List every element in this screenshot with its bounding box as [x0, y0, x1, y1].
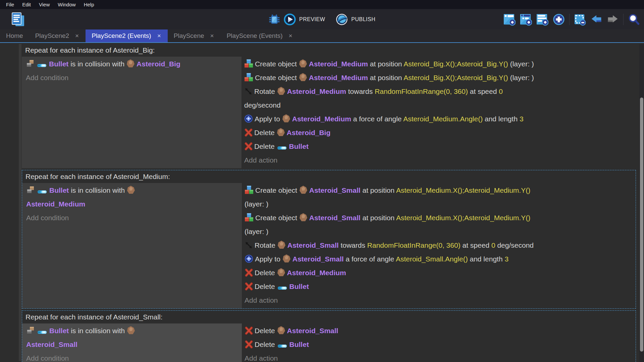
- action-row[interactable]: Delete Bullet: [244, 139, 635, 153]
- tab-playscene[interactable]: PlayScene×: [168, 29, 221, 42]
- actions-cell[interactable]: Create object Asteroid_Medium at positio…: [241, 57, 636, 168]
- asteroid-icon: [299, 185, 308, 194]
- action-row[interactable]: Delete Bullet: [245, 280, 634, 293]
- delete-icon: [244, 128, 253, 137]
- add-condition-button[interactable]: Add condition: [26, 211, 239, 225]
- tab-playscene2-events[interactable]: PlayScene2 (Events)×: [86, 29, 168, 42]
- vertical-scrollbar[interactable]: [639, 44, 644, 362]
- tab-label: PlayScene (Events): [227, 32, 283, 40]
- event-header[interactable]: Repeat for each instance of Asteroid_Big…: [22, 44, 636, 57]
- bullet-icon: [277, 285, 288, 291]
- tab-home[interactable]: Home: [0, 29, 29, 42]
- condition-row[interactable]: Bullet is in collision with Asteroid_Sma…: [26, 324, 239, 351]
- menu-item-file[interactable]: File: [2, 0, 18, 9]
- toolbar-separator: [569, 14, 570, 25]
- action-row[interactable]: Apply to Asteroid_Medium a force of angl…: [244, 112, 635, 126]
- object-name: Asteroid_Medium: [287, 269, 346, 277]
- plain-text: (layer: ): [508, 60, 534, 68]
- publish-icon[interactable]: [336, 13, 348, 25]
- conditions-cell[interactable]: Bullet is in collision with Asteroid_Big…: [22, 57, 241, 168]
- action-row[interactable]: Apply to Asteroid_Small a force of angle…: [245, 252, 634, 266]
- object-name: Asteroid_Small: [287, 327, 338, 335]
- tab-playscene2[interactable]: PlayScene2×: [29, 29, 86, 42]
- debug-icon[interactable]: [268, 13, 280, 25]
- condition-row[interactable]: Bullet is in collision with Asteroid_Big: [26, 57, 239, 71]
- plain-text: Create object: [255, 186, 299, 194]
- create-icon: [244, 59, 253, 68]
- event-block[interactable]: Repeat for each instance of Asteroid_Sma…: [22, 310, 636, 362]
- plain-text: at speed: [468, 87, 499, 95]
- asteroid-icon: [277, 326, 285, 335]
- undo-icon[interactable]: [590, 13, 602, 25]
- select-events-icon[interactable]: [574, 13, 586, 25]
- event-header[interactable]: Repeat for each instance of Asteroid_Sma…: [22, 311, 636, 323]
- event-block[interactable]: Repeat for each instance of Asteroid_Med…: [22, 170, 636, 309]
- scrollbar-thumb[interactable]: [640, 98, 643, 352]
- object-name: Asteroid_Big: [287, 129, 331, 136]
- action-row[interactable]: Create object Asteroid_Small at position…: [245, 183, 634, 211]
- plain-text: at position: [361, 214, 396, 222]
- expression-text: 0: [499, 87, 503, 95]
- event-gutter: [19, 44, 21, 361]
- close-tab-icon[interactable]: ×: [74, 32, 79, 40]
- create-icon: [245, 185, 254, 194]
- action-row[interactable]: Delete Asteroid_Big: [244, 126, 635, 139]
- expression-text: RandomFloatInRange(0, 360): [367, 241, 461, 249]
- preview-icon[interactable]: [284, 13, 296, 25]
- delete-icon: [245, 282, 253, 291]
- event-block[interactable]: Repeat for each instance of Asteroid_Big…: [22, 44, 636, 168]
- add-event-icon[interactable]: [503, 13, 516, 25]
- publish-button-label[interactable]: PUBLISH: [351, 16, 375, 22]
- plain-text: at speed: [461, 241, 491, 249]
- bullet-icon: [37, 189, 48, 194]
- action-row[interactable]: Delete Asteroid_Medium: [245, 266, 634, 280]
- action-row[interactable]: Create object Asteroid_Medium at positio…: [244, 71, 635, 84]
- tab-label: PlayScene2 (Events): [92, 32, 151, 40]
- menu-item-window[interactable]: Window: [54, 0, 79, 9]
- add-action-button[interactable]: Add action: [245, 351, 634, 362]
- object-name: Bullet: [289, 142, 309, 150]
- action-row[interactable]: Create object Asteroid_Medium at positio…: [244, 57, 635, 71]
- add-comment-icon[interactable]: [536, 13, 548, 25]
- gdevelop-logo-icon: [10, 11, 26, 27]
- plain-text: (layer: ): [508, 74, 534, 81]
- expression-text: RandomFloatInRange(0, 360): [375, 87, 468, 95]
- tab-playscene-events[interactable]: PlayScene (Events)×: [221, 29, 299, 42]
- expression-text: 3: [504, 255, 508, 263]
- add-circle-icon[interactable]: [553, 13, 565, 25]
- expression-text: Asteroid_Big.X();Asteroid_Big.Y(): [404, 60, 508, 68]
- plain-text: at position: [368, 60, 404, 68]
- close-tab-icon[interactable]: ×: [210, 32, 215, 40]
- action-row[interactable]: Create object Asteroid_Small at position…: [245, 211, 634, 238]
- plain-text: Delete: [255, 283, 277, 290]
- add-condition-button[interactable]: Add condition: [26, 351, 239, 362]
- action-row[interactable]: Rotate Asteroid_Small towards RandomFloa…: [245, 238, 634, 252]
- close-tab-icon[interactable]: ×: [288, 32, 293, 40]
- plain-text: is in collision with: [68, 60, 126, 68]
- conditions-cell[interactable]: Bullet is in collision with Asteroid_Med…: [22, 183, 242, 308]
- menu-item-help[interactable]: Help: [80, 0, 98, 9]
- redo-icon[interactable]: [607, 13, 619, 25]
- action-row[interactable]: Rotate Asteroid_Medium towards RandomFlo…: [244, 84, 635, 112]
- add-condition-button[interactable]: Add condition: [26, 71, 239, 84]
- object-name: Asteroid_Small: [309, 214, 361, 222]
- menu-item-view[interactable]: View: [35, 0, 54, 9]
- action-row[interactable]: Delete Bullet: [245, 338, 634, 351]
- collision-icon: [26, 59, 35, 68]
- menu-item-edit[interactable]: Edit: [18, 0, 35, 9]
- action-row[interactable]: Delete Asteroid_Small: [245, 324, 634, 338]
- actions-cell[interactable]: Delete Asteroid_SmallDelete BulletAdd ac…: [242, 323, 636, 362]
- condition-row[interactable]: Bullet is in collision with Asteroid_Med…: [26, 183, 239, 211]
- preview-button-label[interactable]: PREVIEW: [299, 16, 325, 22]
- event-header[interactable]: Repeat for each instance of Asteroid_Med…: [22, 170, 636, 183]
- add-action-button[interactable]: Add action: [244, 153, 635, 167]
- add-action-button[interactable]: Add action: [245, 293, 634, 307]
- conditions-cell[interactable]: Bullet is in collision with Asteroid_Sma…: [22, 323, 242, 362]
- actions-cell[interactable]: Create object Asteroid_Small at position…: [242, 183, 636, 308]
- delete-icon: [245, 340, 253, 349]
- add-subevent-icon[interactable]: [520, 13, 532, 25]
- search-icon[interactable]: [628, 13, 640, 25]
- close-tab-icon[interactable]: ×: [157, 32, 162, 40]
- expression-text: Asteroid_Medium.X();Asteroid_Medium.Y(): [396, 186, 530, 194]
- event-body: Bullet is in collision with Asteroid_Med…: [22, 183, 636, 308]
